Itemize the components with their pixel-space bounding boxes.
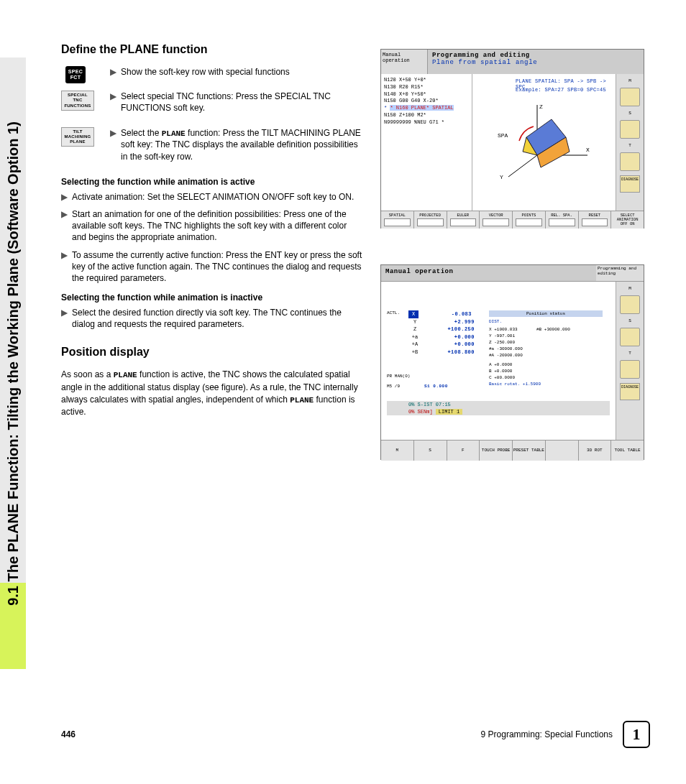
bullet-text: Show the soft-key row with special funct… <box>121 66 290 78</box>
s-button-icon <box>620 328 640 346</box>
chapter-label: 9 Programming: Special Functions <box>481 729 613 739</box>
heading-position-display: Position display <box>61 346 363 359</box>
subheading-anim-inactive: Selecting the function while animation i… <box>61 292 363 303</box>
bullet-text: Activate animation: Set the SELECT ANIMA… <box>72 191 354 203</box>
spec-fct-key: SPEC FCT <box>65 66 86 83</box>
svg-text:Z: Z <box>539 103 543 110</box>
heading-define-plane: Define the PLANE function <box>61 43 363 56</box>
svg-text:Y: Y <box>500 174 503 180</box>
bullet-text: Select the PLANE function: Press the TIL… <box>121 127 363 162</box>
bullet-icon: ▶ <box>110 66 116 78</box>
bullet-text: To assume the currently active function:… <box>72 249 363 285</box>
svg-line-4 <box>508 155 537 177</box>
t-button-icon <box>620 360 640 379</box>
status-bars: 0% S-IST 07:15 0% SENm] LIMIT 1 <box>387 401 610 415</box>
position-para: As soon as a PLANE function is active, t… <box>61 369 363 418</box>
bullet-icon: ▶ <box>61 191 68 203</box>
diagnose-button: DIAGNOSE <box>620 175 640 193</box>
bullet-icon: ▶ <box>110 127 116 162</box>
bullet-icon: ▶ <box>61 307 68 330</box>
screen-title-1: Programming and editing <box>432 52 639 59</box>
softkey-row-2: M S F TOUCH PROBE PRESET TABLE 3D ROT TO… <box>381 440 644 461</box>
bullet-icon: ▶ <box>61 208 68 244</box>
m-button-icon <box>620 88 640 106</box>
bullet-icon: ▶ <box>110 91 116 114</box>
bullet-text: Select the desired function directly via… <box>72 307 363 330</box>
diagnose-button: DIAGNOSE <box>620 383 640 400</box>
mode-label: Manual operation <box>381 50 428 74</box>
screen2-title: Manual operation <box>381 265 596 281</box>
section-title: 9.1 The PLANE Function: Tilting the Work… <box>5 121 22 606</box>
actl-label: ACTL. <box>387 310 400 315</box>
bullet-text: Start an animation for one of the defini… <box>72 208 363 244</box>
coordinate-table: X-0.083 Y+2.999 Z+100.250 +a+0.000 +A+0.… <box>408 310 475 356</box>
plane-graphic: PLANE SPATIAL: SPA -> SPB -> SPC Example… <box>472 74 616 211</box>
nc-code-listing: N120 X+50 Y+0* N130 R20 R15* N140 X+0 Y+… <box>381 74 472 211</box>
m-button-icon <box>620 295 640 314</box>
screenshot-programming: Manual operation Programming and editing… <box>380 49 644 229</box>
svg-text:X: X <box>586 147 590 153</box>
s-button-icon <box>620 120 640 139</box>
info-icon: 1 <box>623 721 650 748</box>
screen2-mode: Programming and editing <box>596 265 644 281</box>
svg-text:SPA: SPA <box>498 132 508 139</box>
t-button-icon <box>620 152 640 171</box>
screen-title-2: Plane from spatial angle <box>432 59 639 66</box>
softkey-row: SPATIAL PROJECTED EULER VECTOR POINTS RE… <box>381 211 644 229</box>
section-tab: 9.1 The PLANE Function: Tilting the Work… <box>0 57 26 669</box>
subheading-anim-active: Selecting the function while animation i… <box>61 177 363 187</box>
distance-panel: Position status DIST. X +1000.033#B +300… <box>489 310 603 387</box>
special-tnc-softkey: SPECIAL TNC FUNCTIONS <box>61 91 94 111</box>
bullet-text: Select special TNC functions: Press the … <box>121 91 363 114</box>
bullet-icon: ▶ <box>61 249 68 285</box>
tilt-machining-softkey: TILT MACHINING PLANE <box>61 127 94 147</box>
page-number: 446 <box>61 729 76 739</box>
screenshot-manual-op: Manual operation Programming and editing… <box>380 264 644 460</box>
